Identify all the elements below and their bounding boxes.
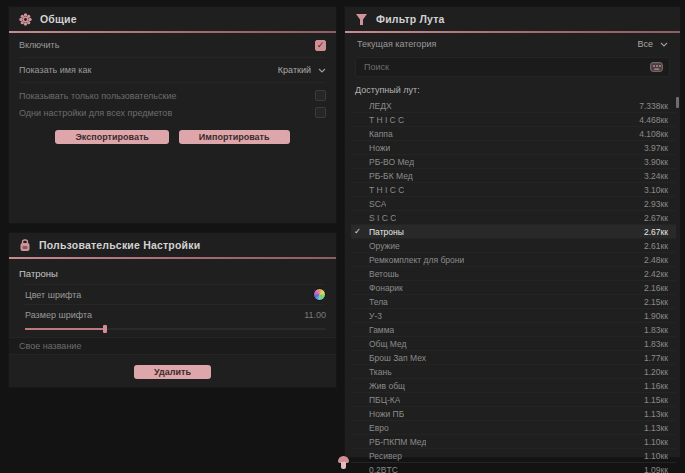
import-button[interactable]: Импортировать: [179, 130, 290, 144]
loot-list-item[interactable]: ✓ РБ-БК Мед 3.24кк: [351, 169, 676, 183]
loot-item-value: 1.90кк: [644, 311, 668, 321]
loot-list: ✓ ЛЕДХ 7.338кк ✓ T H I C C 4.468кк ✓ Кап…: [351, 99, 676, 473]
panel-general: Общие Включить ✓ Показать имя как Кратки…: [8, 6, 337, 224]
loot-item-name: Каппа: [369, 129, 393, 139]
loot-list-item[interactable]: ✓ Ветошь 2.42кк: [351, 267, 676, 281]
name-display-dropdown[interactable]: Краткий: [278, 65, 326, 75]
loot-list-item[interactable]: ✓ РБ-ПКПМ Мед 1.10кк: [351, 435, 676, 449]
loot-list-item[interactable]: ✓ Ткань 1.20кк: [351, 365, 676, 379]
panel-title-user-settings: Пользовательские Настройки: [39, 239, 200, 251]
slider-fill: [25, 328, 103, 330]
panel-user-settings: Пользовательские Настройки Патроны Цвет …: [8, 232, 337, 388]
loot-item-name: Ткань: [369, 367, 392, 377]
loot-item-value: 1.83кк: [644, 325, 668, 335]
enable-label: Включить: [19, 40, 59, 50]
loot-item-name: T H I C C: [369, 115, 404, 125]
panel-title-loot-filter: Фильтр Лута: [376, 13, 445, 25]
loot-item-value: 4.468кк: [639, 115, 668, 125]
loot-list-item[interactable]: ✓ S I C C 2.67кк: [351, 211, 676, 225]
available-loot-label: Доступный лут:: [345, 79, 680, 99]
loot-list-item[interactable]: ✓ Каппа 4.108кк: [351, 127, 676, 141]
backpack-icon: [19, 239, 31, 252]
loot-item-name: Ветошь: [369, 269, 399, 279]
loot-list-item[interactable]: ✓ ЛЕДХ 7.338кк: [351, 99, 676, 113]
chevron-down-icon: [660, 42, 668, 47]
loot-item-value: 1.20кк: [644, 367, 668, 377]
loot-item-value: 1.13кк: [644, 423, 668, 433]
loot-item-name: Т Н I С С: [369, 185, 404, 195]
loot-list-item[interactable]: ✓ Ремкомплект для брони 2.48кк: [351, 253, 676, 267]
search-options-icon[interactable]: [650, 62, 663, 72]
loot-item-value: 3.90кк: [644, 157, 668, 167]
mod-config-screen: Общие Включить ✓ Показать имя как Кратки…: [0, 0, 685, 473]
loot-list-item[interactable]: ✓ Общ Мед 1.83кк: [351, 337, 676, 351]
same-settings-checkbox[interactable]: [315, 107, 326, 118]
panel-loot-filter: Фильтр Лута Текущая категория Все: [344, 6, 681, 458]
category-dropdown[interactable]: Все: [637, 39, 668, 49]
loot-list-item[interactable]: ✓ Оружие 2.61кк: [351, 239, 676, 253]
enable-checkbox[interactable]: ✓: [315, 40, 326, 51]
loot-list-item[interactable]: ✓ Брош Зап Мех 1.77кк: [351, 351, 676, 365]
loot-item-value: 2.67кк: [644, 213, 668, 223]
loot-list-item[interactable]: ✓ Евро 1.13кк: [351, 421, 676, 435]
name-display-label: Показать имя как: [19, 65, 91, 75]
slider-thumb[interactable]: [103, 325, 107, 333]
setting-row-same-settings: Одни настройки для всех предметов: [19, 104, 326, 121]
loot-list-item[interactable]: ✓ Ресивер 1.10кк: [351, 449, 676, 463]
loot-list-item[interactable]: ✓ ПБЦ-КА 1.15кк: [351, 393, 676, 407]
loot-item-name: Жив общ: [369, 381, 405, 391]
color-wheel-icon[interactable]: [313, 288, 326, 301]
loot-item-name: Тела: [369, 297, 388, 307]
loot-list-item[interactable]: ✓ Фонарик 2.16кк: [351, 281, 676, 295]
loot-list-item[interactable]: ✓ Т Н I С С 3.10кк: [351, 183, 676, 197]
font-size-slider[interactable]: [25, 325, 326, 333]
loot-item-value: 2.67кк: [644, 227, 668, 237]
flower-gear-icon: [19, 13, 32, 26]
loot-item-name: Патроны: [369, 227, 404, 237]
loot-list-item[interactable]: ✓ T H I C C 4.468кк: [351, 113, 676, 127]
loot-list-item[interactable]: ✓ 0.2BTC 1.09кк: [351, 463, 676, 473]
category-value: Все: [637, 39, 653, 49]
user-only-checkbox[interactable]: [315, 90, 326, 101]
loot-item-name: РБ-ПКПМ Мед: [369, 437, 426, 447]
loot-item-value: 1.13кк: [644, 409, 668, 419]
loot-item-name: Ресивер: [369, 451, 402, 461]
font-size-row: Размер шрифта 11.00: [25, 304, 326, 324]
loot-item-name: ПБЦ-КА: [369, 395, 400, 405]
loot-item-value: 3.24кк: [644, 171, 668, 181]
loot-list-item[interactable]: ✓ Тела 2.15кк: [351, 295, 676, 309]
loot-item-value: 2.42кк: [644, 269, 668, 279]
loot-item-value: 1.09кк: [644, 465, 668, 473]
delete-button[interactable]: Удалить: [134, 365, 211, 379]
custom-name-input[interactable]: [9, 337, 336, 355]
loot-list-item[interactable]: ✓ Гамма 1.83кк: [351, 323, 676, 337]
loot-item-name: Евро: [369, 423, 389, 433]
export-button[interactable]: Экспортировать: [55, 130, 168, 144]
name-display-value: Краткий: [278, 65, 311, 75]
chevron-down-icon: [318, 68, 326, 73]
list-scrollbar[interactable]: [676, 97, 679, 455]
loot-list-item[interactable]: ✓ Патроны 2.67кк: [351, 225, 676, 239]
loot-item-name: РБ-БК Мед: [369, 171, 413, 181]
loot-list-item[interactable]: ✓ РБ-ВО Мед 3.90кк: [351, 155, 676, 169]
current-category-row: Текущая категория Все: [345, 33, 680, 55]
loot-item-value: 1.77кк: [644, 353, 668, 363]
loot-list-item[interactable]: ✓ Ножи 3.97кк: [351, 141, 676, 155]
loot-item-value: 1.10кк: [644, 451, 668, 461]
font-size-label: Размер шрифта: [25, 310, 92, 320]
loot-list-item[interactable]: ✓ SCA 2.93кк: [351, 197, 676, 211]
loot-item-value: 4.108кк: [639, 129, 668, 139]
search-field[interactable]: [355, 57, 670, 77]
scrollbar-thumb[interactable]: [676, 97, 679, 108]
loot-list-item[interactable]: ✓ Жив общ 1.16кк: [351, 379, 676, 393]
panel-title-general: Общие: [40, 13, 77, 25]
loot-item-value: 1.83кк: [644, 339, 668, 349]
same-settings-label: Одни настройки для всех предметов: [19, 108, 172, 118]
search-input[interactable]: [362, 61, 650, 73]
loot-item-name: Брош Зап Мех: [369, 353, 426, 363]
loot-item-name: РБ-ВО Мед: [369, 157, 414, 167]
loot-list-item[interactable]: ✓ Ножи ПБ 1.13кк: [351, 407, 676, 421]
loot-item-value: 1.15кк: [644, 395, 668, 405]
loot-list-item[interactable]: ✓ У-3 1.90кк: [351, 309, 676, 323]
mushroom-icon[interactable]: [337, 456, 350, 472]
